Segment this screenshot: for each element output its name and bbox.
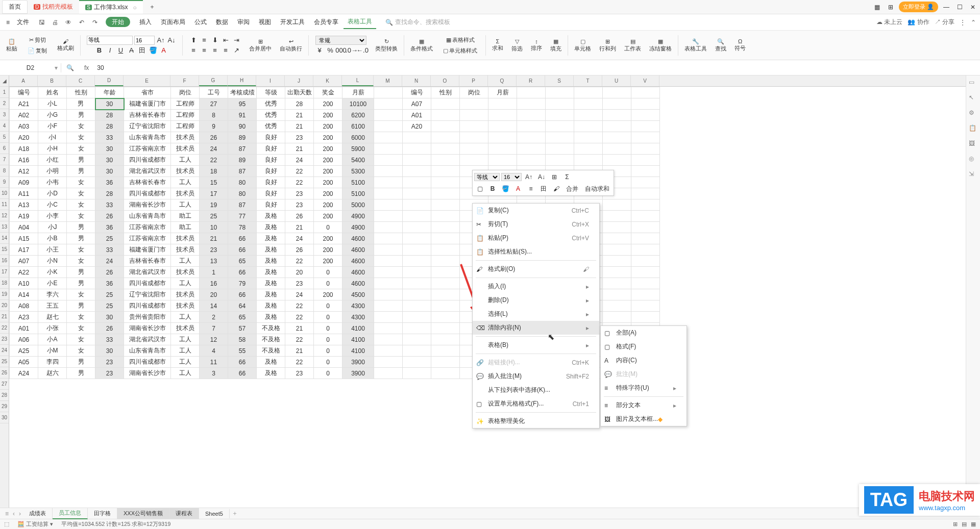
mini-font-name[interactable]: 等线 [474,173,500,181]
data-cell[interactable] [574,155,603,166]
data-cell[interactable]: 19 [200,199,228,211]
data-cell[interactable] [546,98,574,110]
data-cell[interactable] [631,278,660,289]
ctx-paste[interactable]: 📋粘贴(P)Ctrl+V [473,231,599,245]
data-cell[interactable]: 55 [228,345,257,357]
data-cell[interactable] [431,323,460,334]
data-cell[interactable]: 小B [38,233,67,244]
row-header-23[interactable]: 23 [0,334,9,345]
data-cell[interactable]: 及格 [257,233,285,244]
header-cell[interactable] [546,87,574,98]
row-header-30[interactable]: 30 [0,412,9,423]
data-cell[interactable]: 男 [67,155,95,166]
data-cell[interactable]: 30 [95,345,124,357]
data-cell[interactable]: 湖南省长沙市 [124,199,171,211]
data-cell[interactable]: 24 [285,155,314,166]
data-cell[interactable]: 30 [95,143,124,155]
data-cell[interactable]: 23 [285,132,314,143]
symbol-button[interactable]: Ω符号 [732,37,748,53]
data-cell[interactable]: 0 [314,334,342,345]
data-cell[interactable] [517,98,546,110]
data-cell[interactable]: 5100 [342,188,374,199]
fx-label[interactable]: fx [79,64,94,71]
data-cell[interactable]: 贵州省贵阳市 [124,312,171,323]
col-header-B[interactable]: B [38,75,66,86]
sub-pic[interactable]: 🖼图片及文本框... ◆ [601,412,687,426]
data-cell[interactable]: 技术员 [171,267,200,278]
data-cell[interactable]: 4 [200,345,228,357]
data-cell[interactable]: 66 [228,244,257,256]
data-cell[interactable] [631,267,660,278]
menu-formula[interactable]: 公式 [190,16,211,29]
data-cell[interactable]: 6100 [342,121,374,132]
data-cell[interactable]: A01 [403,110,431,121]
header-cell[interactable]: 考核成绩 [228,87,257,98]
data-cell[interactable]: 200 [314,188,342,199]
data-cell[interactable]: 5300 [342,166,374,177]
data-cell[interactable]: 200 [314,244,342,256]
qa-save-icon[interactable]: 🖫 [36,17,47,28]
align-justify-icon[interactable]: ≡ [221,46,230,55]
data-cell[interactable]: 良好 [257,177,285,188]
mini-font-shrink-icon[interactable]: A↓ [536,172,547,182]
data-cell[interactable] [403,289,431,300]
data-cell[interactable] [403,267,431,278]
data-cell[interactable]: 21 [285,110,314,121]
data-cell[interactable]: 23 [285,368,314,379]
data-cell[interactable]: 200 [314,211,342,222]
data-cell[interactable]: 8 [200,110,228,121]
data-cell[interactable]: 0 [314,357,342,368]
data-cell[interactable]: 89 [228,132,257,143]
data-cell[interactable]: 女 [67,177,95,188]
data-cell[interactable] [488,132,517,143]
data-cell[interactable] [631,188,660,199]
data-cell[interactable]: 65 [228,256,257,267]
data-cell[interactable]: 良好 [257,155,285,166]
data-cell[interactable]: 李六 [38,289,67,300]
data-cell[interactable]: A07 [10,256,38,267]
data-cell[interactable]: 工人 [171,345,200,357]
data-cell[interactable]: 5000 [342,199,374,211]
ctx-delete[interactable]: 删除(D)▸ [473,293,599,307]
data-cell[interactable] [431,155,460,166]
col-header-U[interactable]: U [602,75,631,86]
tab-document[interactable]: S工作簿3.xlsx○ [79,0,143,14]
data-cell[interactable] [517,143,546,155]
data-cell[interactable]: 4900 [342,222,374,233]
header-cell[interactable]: 工号 [200,87,228,98]
data-cell[interactable] [431,211,460,222]
data-cell[interactable] [460,98,488,110]
data-cell[interactable]: 男 [67,368,95,379]
data-cell[interactable] [517,110,546,121]
mini-merge-icon[interactable]: ⊞ [549,172,560,182]
header-cell[interactable]: 奖金 [314,87,342,98]
data-cell[interactable] [574,121,603,132]
data-cell[interactable]: 3 [200,368,228,379]
mini-font-size[interactable]: 16 [501,173,522,181]
data-cell[interactable]: 小韦 [38,177,67,188]
data-cell[interactable]: A03 [10,121,38,132]
select-all-corner[interactable]: ◢ [0,75,9,87]
data-cell[interactable]: 4300 [342,312,374,323]
data-cell[interactable]: 7 [200,323,228,334]
header-cell[interactable]: 姓名 [38,87,67,98]
align-top-icon[interactable]: ⬆ [189,36,198,45]
data-cell[interactable]: 吉林省长春市 [124,110,171,121]
data-cell[interactable] [431,256,460,267]
data-cell[interactable]: 女 [67,199,95,211]
data-cell[interactable]: 及格 [257,289,285,300]
sub-format[interactable]: ▢格式(F) [601,340,687,354]
data-cell[interactable]: 5900 [342,143,374,155]
data-cell[interactable] [403,211,431,222]
data-cell[interactable] [603,244,631,256]
data-cell[interactable]: 王五 [38,300,67,312]
data-cell[interactable] [403,334,431,345]
expand-icon[interactable]: ⌃ [971,19,976,26]
data-cell[interactable] [374,222,403,233]
data-cell[interactable]: 0 [314,300,342,312]
data-cell[interactable]: 27 [200,98,228,110]
data-cell[interactable]: 小红 [38,155,67,166]
data-cell[interactable]: 200 [314,98,342,110]
data-cell[interactable]: 小I [38,132,67,143]
data-cell[interactable]: 江苏省南京市 [124,233,171,244]
